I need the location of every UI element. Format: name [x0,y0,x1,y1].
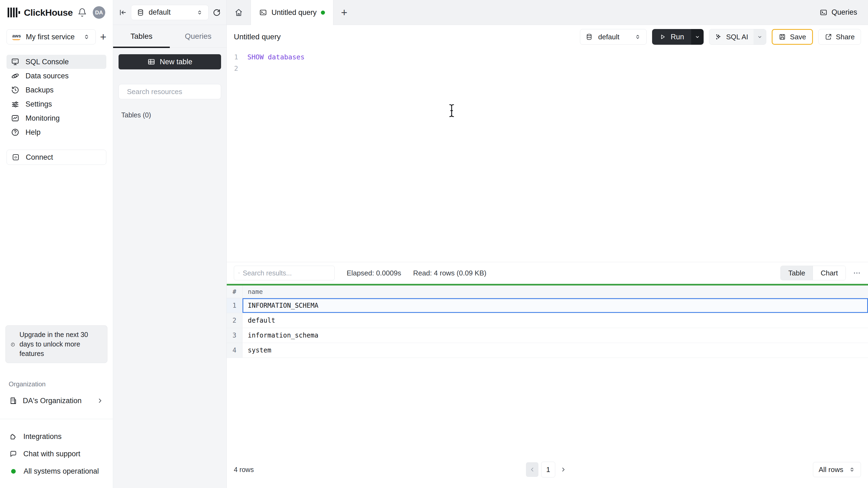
sidebar-item-label: Backups [26,86,54,94]
refresh-icon[interactable] [212,8,221,17]
pagination: 1 [526,462,569,478]
run-label: Run [671,33,684,41]
sidebar-item-data-sources[interactable]: Data sources [6,69,106,83]
upgrade-notice-text: Upgrade in the next 30 days to unlock mo… [20,330,102,358]
clickhouse-logo-icon [8,8,20,18]
chevron-left-icon [529,466,535,473]
column-header-index[interactable]: # [227,286,242,298]
terminal-icon [259,8,267,17]
notifications-bell-icon[interactable] [78,8,87,17]
terminal-icon [819,8,828,17]
connect-button[interactable]: Connect [6,150,106,165]
service-selector[interactable]: aws My first service [6,29,96,44]
editor-database-selector[interactable]: default [580,29,647,45]
add-service-button[interactable]: + [100,31,106,42]
home-icon[interactable] [227,0,251,25]
results-toolbar: Elapsed: 0.0009s Read: 4 rows (0.09 KB) … [227,262,868,284]
organization-name: DA's Organization [23,397,82,405]
organization-heading: Organization [6,380,106,388]
share-external-icon [825,33,832,41]
integrations-link[interactable]: Integrations [9,430,104,443]
row-number: 3 [227,328,242,343]
run-button[interactable]: Run [652,29,704,45]
elapsed-stat: Elapsed: 0.0009s [347,269,401,278]
tab-untitled-query[interactable]: Untitled query [251,0,333,25]
sparkles-icon [715,33,722,41]
sql-editor[interactable]: 1 SHOW databases 2 [227,49,868,262]
database-selector[interactable]: default [131,5,209,20]
code-text: SHOW databases [239,52,305,63]
database-icon [137,9,144,16]
row-value[interactable]: information_schema [242,328,868,343]
prev-page-button[interactable] [526,462,538,477]
table-row[interactable]: 4 system [227,343,868,358]
new-tab-button[interactable]: + [333,0,355,25]
tables-queries-tabs: Tables Queries [113,25,226,48]
table-row[interactable]: 3 information_schema [227,328,868,343]
toggle-table[interactable]: Table [781,266,813,280]
current-page[interactable]: 1 [541,462,555,478]
new-table-button[interactable]: New table [119,54,221,69]
chat-support-link[interactable]: Chat with support [9,448,104,460]
search-results-input[interactable] [243,269,330,277]
clickhouse-console-app: ClickHouse DA aws My first service + SQL… [0,0,868,488]
database-icon [586,33,593,40]
collapse-panel-icon[interactable] [119,8,127,17]
search-icon [239,269,240,276]
results-footer: 4 rows 1 All rows [227,462,868,488]
row-number: 1 [227,298,242,313]
column-header-name[interactable]: name [242,286,868,298]
run-options-caret[interactable] [691,29,704,45]
play-icon [659,33,666,40]
sql-ai-label: SQL AI [726,33,748,41]
sidebar-item-label: Monitoring [26,114,60,123]
organization-row[interactable]: DA's Organization [6,394,106,408]
tab-queries[interactable]: Queries [170,25,226,47]
integrations-label: Integrations [23,432,62,441]
next-page-button[interactable] [558,462,569,477]
row-value[interactable]: INFORMATION_SCHEMA [242,298,868,313]
share-button[interactable]: Share [818,29,861,45]
table-row[interactable]: 1 INFORMATION_SCHEMA [227,298,868,313]
database-name: default [149,8,192,17]
sidebar-item-sql-console[interactable]: SQL Console [6,55,106,69]
row-value[interactable]: system [242,343,868,358]
table-row[interactable]: 2 default [227,313,868,328]
row-value[interactable]: default [242,313,868,328]
system-status[interactable]: All systems operational [9,465,104,477]
toggle-chart[interactable]: Chart [813,266,845,280]
editor-database-name: default [597,33,630,41]
editor-toolbar: Untitled query default Run [227,25,868,49]
brand-name: ClickHouse [24,7,73,18]
updown-chevron-icon [849,466,855,473]
updown-chevron-icon [83,33,90,40]
sidebar-item-settings[interactable]: Settings [6,97,106,111]
sidebar-item-label: SQL Console [26,58,69,66]
rows-count: 4 rows [234,466,254,474]
sidebar-item-backups[interactable]: Backups [6,83,106,97]
sql-ai-button[interactable]: SQL AI [709,29,766,45]
code-line: 1 SHOW databases [227,52,868,63]
sidebar-item-help[interactable]: Help [6,125,106,139]
avatar[interactable]: DA [93,6,105,19]
line-number: 1 [227,52,239,63]
chevron-down-icon [757,34,763,40]
tab-tables[interactable]: Tables [113,25,170,47]
queries-shortcut[interactable]: Queries [819,8,868,17]
save-button[interactable]: Save [772,29,813,45]
results-menu-icon[interactable] [853,269,861,277]
page-size-selector[interactable]: All rows [813,462,861,477]
settings-sliders-icon [11,100,20,108]
chevron-right-icon [97,397,104,404]
data-sources-icon [11,72,20,80]
service-row: aws My first service + [6,29,106,44]
upgrade-notice[interactable]: Upgrade in the next 30 days to unlock mo… [5,325,107,363]
updown-chevron-icon [196,9,203,16]
main-area: Untitled query + Queries Untitled query … [227,0,868,488]
search-resources-input[interactable] [127,88,218,96]
code-line: 2 [227,63,868,74]
code-text [239,63,247,74]
sql-ai-caret[interactable] [753,29,766,44]
sidebar-item-monitoring[interactable]: Monitoring [6,111,106,125]
query-title: Untitled query [234,33,281,41]
